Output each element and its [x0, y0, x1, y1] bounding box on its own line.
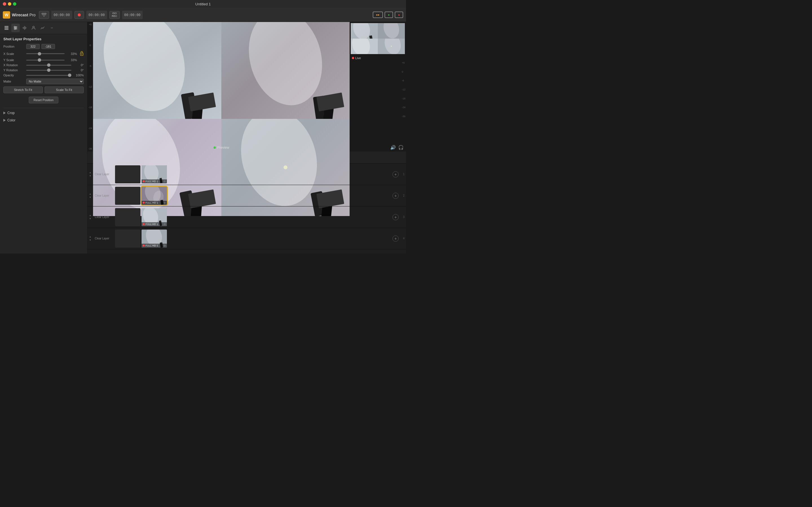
timeline-row-4: ▲ ▼ Clear Layer [87, 228, 406, 249]
crop-label: Crop [7, 111, 15, 115]
wifi-button[interactable] [39, 11, 49, 19]
stream-buttons: ●● ● ● [373, 11, 403, 18]
stream-btn-1[interactable]: ●● [373, 11, 383, 18]
time-display-3: 00:00:00 [124, 13, 141, 17]
iso-rec-button[interactable]: ISOREC [109, 11, 120, 19]
svg-point-8 [14, 29, 15, 30]
shots-4: FULL HD 1 ⚙ [115, 230, 391, 247]
row-up-arrow-2[interactable]: ▲ [89, 193, 91, 195]
matte-select[interactable]: No Matte Alpha Matte Luma Matte [26, 78, 84, 84]
record-button[interactable]: ⏺ [74, 11, 84, 19]
vu-label-36: -36 [88, 147, 92, 150]
wifi-icon [42, 13, 47, 17]
cell-bg-2 [221, 22, 350, 119]
x-scale-slider[interactable] [26, 53, 64, 54]
shot-gear-2[interactable]: ⚙ [163, 202, 166, 204]
tab-audio[interactable] [20, 24, 29, 32]
opacity-slider[interactable] [26, 75, 71, 76]
clear-layer-4: Clear Layer [95, 237, 114, 240]
stream-dot-3: ● [398, 13, 400, 16]
main-layout: ··· Shot Layer Properties Position X Sca… [0, 22, 406, 253]
shot-thumb-4-empty[interactable] [115, 230, 140, 247]
row-down-arrow-2[interactable]: ▼ [89, 196, 91, 199]
y-rotation-slider[interactable] [26, 70, 71, 71]
close-button[interactable] [3, 2, 6, 6]
shot-gear-4[interactable]: ⚙ [163, 244, 166, 247]
live-monitor-grid [351, 23, 405, 54]
live-cell-2[interactable] [378, 23, 405, 39]
shot-thumb-2-empty[interactable] [115, 187, 140, 205]
x-scale-slider-container: 33% [26, 52, 77, 55]
row-num-4: 4 [402, 228, 406, 249]
reset-position-button[interactable]: Reset Position [29, 97, 58, 103]
opacity-value: 100% [73, 73, 84, 77]
row-down-arrow-3[interactable]: ▼ [89, 217, 91, 220]
timeline-row-3: ▲ ▼ Clear Layer [87, 207, 406, 228]
position-y-input[interactable] [42, 44, 55, 49]
shot-thumb-1[interactable]: FULL HD 1 ⚙ [142, 165, 167, 183]
layer-4: Clear Layer [93, 228, 402, 249]
row-controls-2: ▲ ▼ [87, 185, 93, 206]
tab-properties[interactable] [11, 24, 20, 32]
add-shot-button-4[interactable]: + [393, 235, 399, 242]
crop-section-header[interactable]: Crop [3, 109, 84, 117]
row-down-arrow-4[interactable]: ▼ [89, 239, 91, 242]
shot-thumb-2[interactable]: FULL HD 1 ⚙ [142, 187, 167, 205]
maximize-button[interactable] [13, 2, 16, 6]
minimize-button[interactable] [8, 2, 11, 6]
clear-layer-label-2[interactable]: Clear Layer [95, 194, 109, 197]
shot-thumb-3[interactable]: FULL HD 1 ⚙ [142, 208, 167, 226]
time-display-1: 00:00:00 [54, 13, 70, 17]
clear-layer-label-3[interactable]: Clear Layer [95, 216, 109, 219]
x-rotation-slider[interactable] [26, 65, 71, 66]
vu-label-6neg: -6 [89, 64, 91, 67]
vu-label-18: -18 [88, 106, 92, 109]
tab-more[interactable]: ··· [47, 24, 56, 32]
y-rotation-row: Y Rotation 0° [3, 68, 84, 72]
shot-info-2: FULL HD 1 ⚙ [142, 201, 167, 205]
row-down-arrow-1[interactable]: ▼ [89, 175, 91, 177]
shot-gear-1[interactable]: ⚙ [163, 180, 166, 183]
clear-layer-label-1[interactable]: Clear Layer [95, 173, 109, 176]
headphones-icon[interactable]: 🎧 [398, 145, 404, 150]
position-x-input[interactable] [26, 44, 40, 49]
add-shot-button-2[interactable]: + [393, 193, 399, 199]
speaker-icon[interactable]: 🔊 [390, 145, 396, 150]
color-section-header[interactable]: Color [3, 117, 84, 124]
live-cell-3[interactable] [351, 39, 378, 54]
layer-add-3: + [391, 214, 400, 220]
row-up-arrow-3[interactable]: ▲ [89, 214, 91, 217]
properties-section: Shot Layer Properties Position X Scale 3… [0, 34, 87, 127]
add-shot-button-1[interactable]: + [393, 171, 399, 177]
shot-gear-3[interactable]: ⚙ [163, 223, 166, 226]
preview-cell-1[interactable] [93, 22, 221, 119]
time-group-1: 00:00:00 [51, 11, 72, 19]
right-monitor: Live 🔊 🎧 +6 0 -6 -12 -18 -24 -36 [350, 22, 406, 151]
left-panel: ··· Shot Layer Properties Position X Sca… [0, 22, 87, 253]
scale-to-fit-button[interactable]: Scale To Fit [45, 87, 84, 93]
row-up-arrow-1[interactable]: ▲ [89, 171, 91, 174]
add-shot-button-3[interactable]: + [393, 214, 399, 220]
stretch-to-fit-button[interactable]: Stretch To Fit [3, 87, 43, 93]
time-group-3: 00:00:00 [122, 11, 143, 19]
position-row: Position [3, 44, 84, 49]
tab-layers[interactable] [2, 24, 11, 32]
row-up-arrow-4[interactable]: ▲ [89, 235, 91, 238]
preview-cell-2[interactable] [221, 22, 350, 119]
row-num-2: 2 [402, 185, 406, 206]
tab-stats[interactable] [38, 24, 47, 32]
live-cell-1[interactable] [351, 23, 378, 39]
y-scale-slider[interactable] [26, 60, 64, 61]
stream-btn-2[interactable]: ● [385, 11, 393, 18]
shot-thumb-1-empty[interactable] [115, 165, 140, 183]
lock-icon[interactable] [80, 51, 84, 57]
shot-thumb-4[interactable]: FULL HD 1 ⚙ [142, 230, 167, 247]
stream-btn-3[interactable]: ● [395, 11, 403, 18]
shot-thumb-3-empty[interactable] [115, 208, 140, 226]
clear-layer-label-4[interactable]: Clear Layer [95, 237, 109, 240]
opacity-label: Opacity [3, 73, 24, 77]
live-cell-4[interactable] [378, 39, 405, 54]
clear-layer-2: Clear Layer [95, 194, 114, 197]
tab-users[interactable] [29, 24, 38, 32]
y-rotation-slider-container: 0° [26, 68, 84, 72]
